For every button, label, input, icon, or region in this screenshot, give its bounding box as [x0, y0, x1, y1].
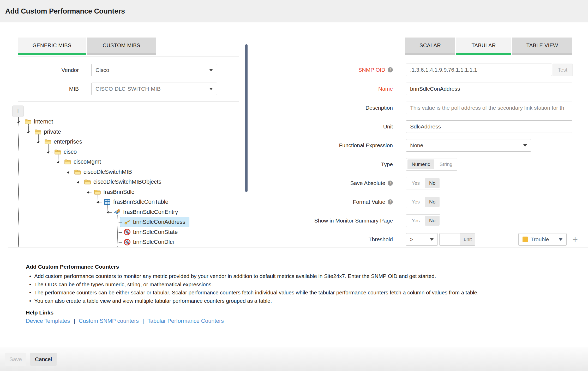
functional-expression-label: Functional Expression [299, 139, 393, 152]
tree-node-label: bnnSdlcConState [133, 229, 178, 236]
chevron-down-icon [430, 238, 434, 241]
tree-connector [40, 142, 43, 142]
snmp-oid-input[interactable] [406, 64, 552, 76]
threshold-severity-select[interactable]: Trouble [518, 233, 567, 246]
tree-node-frasBnnSdlc[interactable]: frasBnnSdlc [94, 187, 134, 197]
type-option-string[interactable]: String [435, 159, 457, 169]
save-absolute-no[interactable]: No [425, 178, 440, 188]
tree-connector [18, 117, 19, 247]
save-absolute-label: Save Absolute i [299, 177, 393, 189]
tree-node-label: frasBnnSdlcConTable [113, 199, 169, 205]
tree-node-ciscoDlcSwitchMIBObjects[interactable]: ciscoDlcSwitchMIBObjects [84, 177, 161, 187]
link-custom-snmp-counters[interactable]: Custom SNMP counters [79, 318, 139, 324]
format-value-toggle: Yes No [406, 196, 440, 208]
show-in-summary-no[interactable]: No [425, 216, 440, 226]
name-label: Name [299, 83, 393, 95]
tree-node-label: internet [34, 118, 53, 125]
test-button[interactable]: Test [553, 64, 573, 76]
help-links: Device Templates | Custom SNMP counters … [26, 318, 224, 324]
folder-icon [74, 169, 81, 175]
tree-connector [89, 192, 92, 193]
help-links-heading: Help Links [26, 310, 53, 316]
save-absolute-yes[interactable]: Yes [407, 178, 424, 188]
description-input[interactable] [406, 102, 572, 114]
functional-expression-select[interactable]: None [406, 139, 531, 152]
tree-node-label: enterprises [54, 138, 82, 145]
folder-icon [44, 139, 51, 145]
tree-node-bnnSdlcConDlci[interactable]: bnnSdlcConDlci [123, 237, 174, 247]
tab-table-view[interactable]: TABLE VIEW [512, 38, 572, 55]
name-input[interactable] [406, 83, 572, 95]
threshold-operator-select[interactable]: > [406, 233, 438, 246]
threshold-operator-value: > [410, 236, 413, 242]
folder-icon [54, 149, 61, 155]
severity-value: Trouble [531, 236, 549, 243]
tree-connector [30, 132, 33, 132]
cancel-button[interactable]: Cancel [30, 353, 57, 366]
info-bullet-list: Add custom performance counters to monit… [29, 272, 541, 305]
info-bullet: The OIDs can be of the types numeric, st… [29, 280, 541, 289]
info-heading: Add Custom Performance Counters [26, 264, 119, 270]
tree-connector [117, 215, 118, 247]
tree-node-label: bnnSdlcConAddress [133, 219, 185, 225]
folder-icon [34, 129, 41, 135]
tree-node-frasBnnSdlcConTable[interactable]: frasBnnSdlcConTable [104, 197, 169, 207]
threshold-value-input[interactable] [440, 233, 460, 245]
tab-tabular[interactable]: TABULAR [456, 38, 511, 55]
show-in-summary-toggle: Yes No [406, 214, 440, 227]
type-option-numeric[interactable]: Numeric [407, 159, 434, 169]
threshold-label: Threshold [299, 233, 393, 246]
tab-scalar[interactable]: SCALAR [405, 38, 455, 55]
add-threshold-button[interactable]: + [572, 234, 578, 245]
add-custom-performance-counters-dialog: Add Custom Performance Counters GENERIC … [0, 0, 588, 371]
tree-connector [20, 122, 23, 122]
folder-icon [64, 159, 71, 165]
tree-connector [68, 164, 68, 172]
tree-node-frasBnnSdlcConEntry[interactable]: frasBnnSdlcConEntry [113, 207, 178, 217]
tree-node-ciscoDlcSwitchMIB[interactable]: ciscoDlcSwitchMIB [74, 167, 132, 177]
show-in-summary-label: Show in Monitor Summary Page [299, 214, 393, 227]
format-value-yes[interactable]: Yes [407, 197, 424, 207]
folder-icon [24, 119, 32, 125]
tree-connector [58, 154, 58, 162]
panel-scrollbar[interactable] [245, 44, 248, 192]
severity-color-swatch [523, 237, 528, 242]
tree-connector [99, 202, 102, 202]
info-icon[interactable]: i [388, 199, 393, 205]
link-device-templates[interactable]: Device Templates [26, 318, 70, 324]
info-bullet: Add custom performance counters to monit… [29, 272, 541, 280]
tree-connector [50, 152, 52, 152]
tree-node-cisco[interactable]: cisco [54, 147, 77, 157]
info-icon[interactable]: i [388, 181, 393, 186]
tree-node-label: cisco [64, 149, 77, 155]
blocked-icon [123, 239, 131, 246]
tree-node-bnnSdlcConAddress[interactable]: bnnSdlcConAddress [120, 217, 189, 227]
tree-node-label: ciscoDlcSwitchMIBObjects [93, 178, 161, 185]
tree-connector [80, 182, 82, 182]
tree-node-ciscoMgmt[interactable]: ciscoMgmt [64, 157, 101, 167]
tree-connector [60, 162, 62, 162]
link-tabular-performance-counters[interactable]: Tabular Performance Counters [147, 318, 224, 324]
unit-input[interactable] [406, 120, 572, 133]
tree-connector [78, 175, 78, 247]
tree-connector [118, 232, 122, 233]
info-icon[interactable]: i [388, 67, 393, 72]
save-absolute-toggle: Yes No [406, 177, 440, 189]
tree-node-label: bnnSdlcConDlci [133, 239, 174, 245]
tree-connector [70, 172, 72, 172]
show-in-summary-yes[interactable]: Yes [407, 216, 424, 226]
tree-node-enterprises[interactable]: enterprises [44, 137, 82, 147]
tree-connector [118, 222, 122, 222]
tree-node-label: frasBnnSdlc [103, 189, 134, 195]
save-button[interactable]: Save [5, 353, 26, 366]
tree-node-bnnSdlcConState[interactable]: bnnSdlcConState [123, 227, 178, 237]
dialog-footer: Save Cancel [0, 347, 588, 371]
entry-icon [113, 208, 121, 215]
description-label: Description [299, 102, 393, 114]
threshold-value-group: unit [439, 233, 475, 246]
tree-node-label: ciscoDlcSwitchMIB [83, 169, 132, 175]
functional-expression-value: None [410, 142, 423, 148]
tree-node-label: ciscoMgmt [74, 158, 101, 165]
chevron-down-icon [523, 144, 527, 147]
format-value-no[interactable]: No [425, 197, 440, 207]
